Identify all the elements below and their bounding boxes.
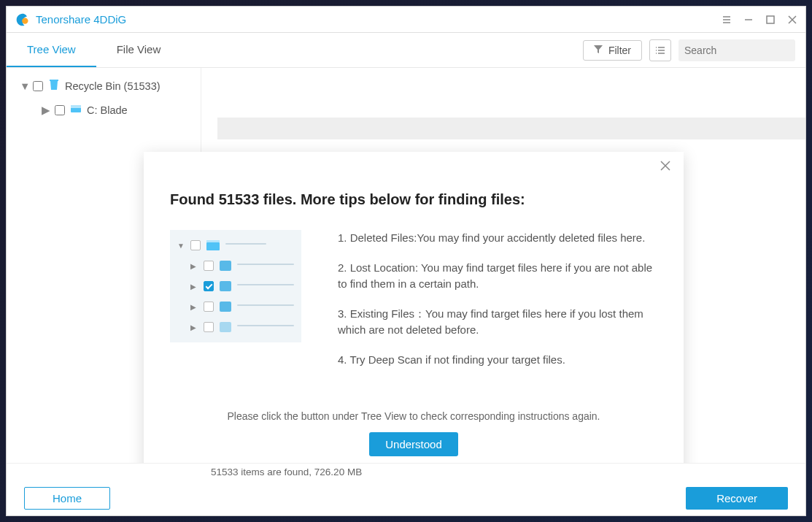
filter-button[interactable]: Filter	[583, 40, 642, 61]
content-header-bar	[217, 118, 805, 139]
svg-point-0	[22, 18, 28, 23]
search-input[interactable]	[684, 45, 812, 56]
tips-modal: Found 51533 files. More tips below for f…	[144, 152, 684, 463]
modal-body: ▼ ▶ ▶	[170, 230, 657, 381]
tab-tree-view[interactable]: Tree View	[7, 33, 96, 67]
tab-file-view[interactable]: File View	[96, 33, 182, 67]
search-box[interactable]	[678, 39, 795, 61]
view-tabs: Tree View File View	[7, 33, 181, 67]
tip-3: 3. Existing Files：You may find target fi…	[338, 306, 657, 339]
footer-bar: Home Recover	[7, 480, 805, 515]
svg-rect-5	[71, 105, 81, 108]
tree-item-recycle-bin[interactable]: ▼ Recycle Bin (51533)	[7, 74, 201, 98]
svg-rect-3	[50, 80, 58, 81]
status-bar: 51533 items are found, 726.20 MB	[7, 463, 805, 480]
modal-footer: Please click the button under Tree View …	[170, 410, 657, 456]
tree-label: C: Blade	[87, 104, 128, 116]
recycle-bin-checkbox[interactable]	[33, 81, 43, 91]
tip-4: 4. Try Deep Scan if not finding your tar…	[338, 352, 657, 369]
app-logo-icon	[15, 12, 30, 27]
menu-button[interactable]	[716, 9, 737, 30]
svg-rect-1	[767, 16, 774, 23]
modal-hint: Please click the button under Tree View …	[170, 410, 657, 422]
app-title: Tenorshare 4DDiG	[36, 13, 126, 26]
svg-rect-6	[206, 242, 220, 250]
toolbar: Tree View File View Filter	[7, 33, 805, 68]
tip-2: 2. Lost Location: You may find target fi…	[338, 260, 657, 293]
filter-label: Filter	[608, 45, 631, 56]
trash-icon	[47, 78, 61, 93]
drive-c-checkbox[interactable]	[55, 105, 65, 115]
tips-text: 1. Deleted Files:You may find your accid…	[338, 230, 657, 381]
app-window: Tenorshare 4DDiG Tree View File View	[6, 6, 806, 516]
tip-1: 1. Deleted Files:You may find your accid…	[338, 230, 657, 247]
tree-label: Recycle Bin (51533)	[65, 80, 161, 92]
tree-illustration: ▼ ▶ ▶	[170, 230, 301, 342]
chevron-right-icon: ▶	[42, 104, 50, 116]
modal-close-button[interactable]	[660, 161, 670, 173]
filter-icon	[594, 45, 603, 56]
chevron-down-icon: ▼	[20, 80, 28, 92]
modal-title: Found 51533 files. More tips below for f…	[170, 191, 657, 208]
titlebar: Tenorshare 4DDiG	[7, 7, 805, 33]
maximize-button[interactable]	[760, 9, 781, 30]
recover-button[interactable]: Recover	[686, 487, 788, 510]
drive-icon	[69, 102, 82, 118]
tree-item-drive-c[interactable]: ▶ C: Blade	[7, 98, 201, 122]
titlebar-left: Tenorshare 4DDiG	[15, 12, 126, 27]
status-text: 51533 items are found, 726.20 MB	[211, 467, 362, 477]
toolbar-right: Filter	[583, 39, 795, 61]
understood-button[interactable]: Understood	[369, 432, 458, 456]
close-button[interactable]	[782, 9, 803, 30]
list-view-button[interactable]	[649, 39, 671, 61]
main-area: ▼ Recycle Bin (51533) ▶ C: Blade	[7, 68, 805, 463]
home-button[interactable]: Home	[24, 487, 110, 510]
minimize-button[interactable]	[738, 9, 759, 30]
window-controls	[716, 9, 803, 30]
svg-rect-7	[206, 240, 220, 242]
